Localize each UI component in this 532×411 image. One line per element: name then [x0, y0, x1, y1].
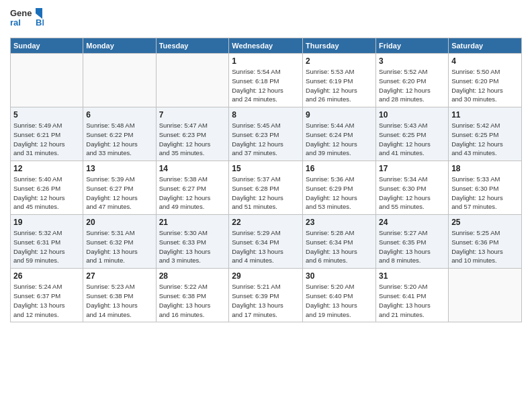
day-info: Sunrise: 5:32 AMSunset: 6:31 PMDaylight:… — [13, 228, 80, 265]
calendar-cell — [83, 54, 156, 107]
day-number: 21 — [159, 218, 226, 227]
day-info: Sunrise: 5:20 AMSunset: 6:41 PMDaylight:… — [379, 282, 445, 319]
calendar-cell: 6Sunrise: 5:48 AMSunset: 6:22 PMDaylight… — [83, 107, 156, 161]
calendar-cell: 9Sunrise: 5:44 AMSunset: 6:24 PMDaylight… — [303, 107, 376, 161]
day-info: Sunrise: 5:28 AMSunset: 6:34 PMDaylight:… — [306, 228, 373, 265]
day-number: 25 — [451, 218, 519, 227]
day-number: 20 — [86, 218, 152, 227]
calendar-week-5: 26Sunrise: 5:24 AMSunset: 6:37 PMDayligh… — [11, 269, 522, 322]
day-info: Sunrise: 5:39 AMSunset: 6:27 PMDaylight:… — [86, 175, 152, 212]
day-number: 2 — [306, 56, 373, 66]
calendar-cell: 12Sunrise: 5:40 AMSunset: 6:26 PMDayligh… — [11, 161, 83, 215]
calendar-week-3: 12Sunrise: 5:40 AMSunset: 6:26 PMDayligh… — [11, 161, 522, 215]
day-number: 31 — [379, 271, 445, 281]
calendar-week-4: 19Sunrise: 5:32 AMSunset: 6:31 PMDayligh… — [11, 215, 522, 269]
calendar-cell: 13Sunrise: 5:39 AMSunset: 6:27 PMDayligh… — [83, 161, 156, 215]
day-info: Sunrise: 5:30 AMSunset: 6:33 PMDaylight:… — [159, 228, 226, 265]
day-info: Sunrise: 5:42 AMSunset: 6:25 PMDaylight:… — [451, 121, 519, 158]
calendar-cell: 3Sunrise: 5:52 AMSunset: 6:20 PMDaylight… — [376, 54, 449, 107]
day-number: 22 — [232, 218, 300, 227]
calendar-cell — [156, 54, 229, 107]
calendar-cell: 27Sunrise: 5:23 AMSunset: 6:38 PMDayligh… — [83, 269, 156, 322]
calendar-cell: 22Sunrise: 5:29 AMSunset: 6:34 PMDayligh… — [229, 215, 303, 269]
weekday-header-sunday: Sunday — [11, 38, 83, 54]
day-number: 29 — [232, 271, 300, 281]
day-info: Sunrise: 5:36 AMSunset: 6:29 PMDaylight:… — [306, 175, 373, 212]
day-number: 27 — [86, 271, 152, 281]
day-info: Sunrise: 5:40 AMSunset: 6:26 PMDaylight:… — [13, 175, 80, 212]
svg-text:Gene: Gene — [10, 8, 32, 18]
logo-svg: Gene ral Blue — [10, 7, 44, 32]
calendar-week-2: 5Sunrise: 5:49 AMSunset: 6:21 PMDaylight… — [11, 107, 522, 161]
day-number: 9 — [306, 110, 373, 120]
day-info: Sunrise: 5:21 AMSunset: 6:39 PMDaylight:… — [232, 282, 300, 319]
day-number: 6 — [86, 110, 152, 120]
calendar-cell: 7Sunrise: 5:47 AMSunset: 6:23 PMDaylight… — [156, 107, 229, 161]
calendar-cell: 11Sunrise: 5:42 AMSunset: 6:25 PMDayligh… — [449, 107, 522, 161]
calendar-cell: 21Sunrise: 5:30 AMSunset: 6:33 PMDayligh… — [156, 215, 229, 269]
day-info: Sunrise: 5:43 AMSunset: 6:25 PMDaylight:… — [379, 121, 445, 158]
day-info: Sunrise: 5:37 AMSunset: 6:28 PMDaylight:… — [232, 175, 300, 212]
weekday-header-wednesday: Wednesday — [229, 38, 303, 54]
calendar-cell: 28Sunrise: 5:22 AMSunset: 6:38 PMDayligh… — [156, 269, 229, 322]
weekday-header-friday: Friday — [376, 38, 449, 54]
logo: Gene ral Blue — [10, 7, 44, 32]
day-number: 8 — [232, 110, 300, 120]
day-number: 10 — [379, 110, 445, 120]
calendar-cell — [11, 54, 83, 107]
calendar-cell: 29Sunrise: 5:21 AMSunset: 6:39 PMDayligh… — [229, 269, 303, 322]
calendar-cell: 14Sunrise: 5:38 AMSunset: 6:27 PMDayligh… — [156, 161, 229, 215]
weekday-header-thursday: Thursday — [303, 38, 376, 54]
calendar-cell: 2Sunrise: 5:53 AMSunset: 6:19 PMDaylight… — [303, 54, 376, 107]
day-number: 11 — [451, 110, 519, 120]
day-number: 15 — [232, 164, 300, 173]
day-info: Sunrise: 5:24 AMSunset: 6:37 PMDaylight:… — [13, 282, 80, 319]
calendar-cell: 17Sunrise: 5:34 AMSunset: 6:30 PMDayligh… — [376, 161, 449, 215]
calendar-cell: 30Sunrise: 5:20 AMSunset: 6:40 PMDayligh… — [303, 269, 376, 322]
day-info: Sunrise: 5:48 AMSunset: 6:22 PMDaylight:… — [86, 121, 152, 158]
calendar-cell: 4Sunrise: 5:50 AMSunset: 6:20 PMDaylight… — [449, 54, 522, 107]
day-number: 24 — [379, 218, 445, 227]
day-info: Sunrise: 5:53 AMSunset: 6:19 PMDaylight:… — [306, 67, 373, 104]
svg-text:Blue: Blue — [36, 17, 44, 28]
day-number: 13 — [86, 164, 152, 173]
weekday-header-tuesday: Tuesday — [156, 38, 229, 54]
day-number: 23 — [306, 218, 373, 227]
day-info: Sunrise: 5:47 AMSunset: 6:23 PMDaylight:… — [159, 121, 226, 158]
calendar-cell: 25Sunrise: 5:25 AMSunset: 6:36 PMDayligh… — [449, 215, 522, 269]
day-info: Sunrise: 5:33 AMSunset: 6:30 PMDaylight:… — [451, 175, 519, 212]
calendar-cell: 8Sunrise: 5:45 AMSunset: 6:23 PMDaylight… — [229, 107, 303, 161]
day-number: 28 — [159, 271, 226, 281]
day-info: Sunrise: 5:27 AMSunset: 6:35 PMDaylight:… — [379, 228, 445, 265]
calendar-table: SundayMondayTuesdayWednesdayThursdayFrid… — [10, 38, 522, 322]
day-info: Sunrise: 5:49 AMSunset: 6:21 PMDaylight:… — [13, 121, 80, 158]
day-info: Sunrise: 5:38 AMSunset: 6:27 PMDaylight:… — [159, 175, 226, 212]
calendar-cell — [449, 269, 522, 322]
day-info: Sunrise: 5:44 AMSunset: 6:24 PMDaylight:… — [306, 121, 373, 158]
day-number: 19 — [13, 218, 80, 227]
day-info: Sunrise: 5:29 AMSunset: 6:34 PMDaylight:… — [232, 228, 300, 265]
day-number: 12 — [13, 164, 80, 173]
day-number: 30 — [306, 271, 373, 281]
calendar-cell: 19Sunrise: 5:32 AMSunset: 6:31 PMDayligh… — [11, 215, 83, 269]
day-info: Sunrise: 5:45 AMSunset: 6:23 PMDaylight:… — [232, 121, 300, 158]
day-info: Sunrise: 5:31 AMSunset: 6:32 PMDaylight:… — [86, 228, 152, 265]
page-header: Gene ral Blue — [10, 7, 522, 32]
calendar-cell: 26Sunrise: 5:24 AMSunset: 6:37 PMDayligh… — [11, 269, 83, 322]
day-number: 17 — [379, 164, 445, 173]
day-info: Sunrise: 5:20 AMSunset: 6:40 PMDaylight:… — [306, 282, 373, 319]
day-info: Sunrise: 5:22 AMSunset: 6:38 PMDaylight:… — [159, 282, 226, 319]
calendar-week-1: 1Sunrise: 5:54 AMSunset: 6:18 PMDaylight… — [11, 54, 522, 107]
calendar-cell: 20Sunrise: 5:31 AMSunset: 6:32 PMDayligh… — [83, 215, 156, 269]
day-number: 7 — [159, 110, 226, 120]
day-number: 1 — [232, 56, 300, 66]
weekday-header-monday: Monday — [83, 38, 156, 54]
day-number: 14 — [159, 164, 226, 173]
day-number: 18 — [451, 164, 519, 173]
day-info: Sunrise: 5:52 AMSunset: 6:20 PMDaylight:… — [379, 67, 445, 104]
calendar-cell: 5Sunrise: 5:49 AMSunset: 6:21 PMDaylight… — [11, 107, 83, 161]
calendar-cell: 16Sunrise: 5:36 AMSunset: 6:29 PMDayligh… — [303, 161, 376, 215]
day-number: 16 — [306, 164, 373, 173]
day-number: 4 — [451, 56, 519, 66]
day-info: Sunrise: 5:25 AMSunset: 6:36 PMDaylight:… — [451, 228, 519, 265]
